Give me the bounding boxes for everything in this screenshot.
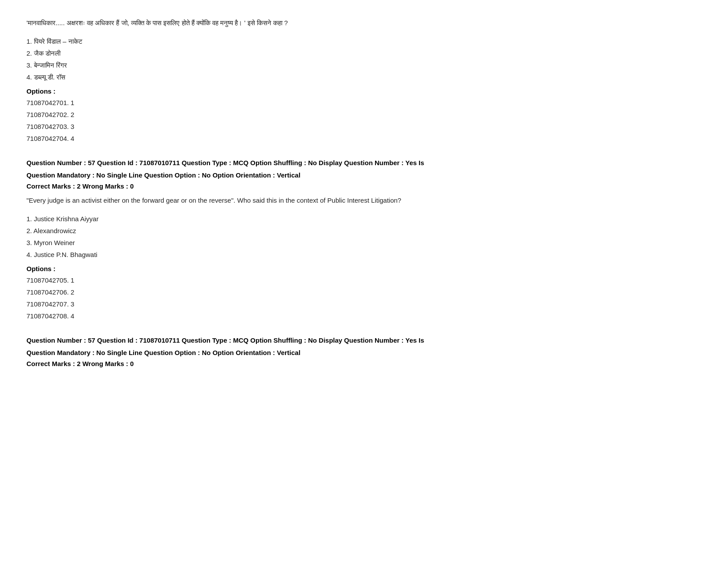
q57-first-option-1: 1. Justice Krishna Aiyyar bbox=[26, 213, 702, 225]
q57-first-options-label: Options : bbox=[26, 265, 702, 272]
question-57-second-meta-line1: Question Number : 57 Question Id : 71087… bbox=[26, 335, 702, 346]
question-57-first-meta-line2: Question Mandatory : No Single Line Ques… bbox=[26, 170, 702, 181]
hindi-options-label: Options : bbox=[26, 87, 702, 95]
q57-first-code-3: 71087042707. 3 bbox=[26, 298, 702, 310]
question-57-first-marks: Correct Marks : 2 Wrong Marks : 0 bbox=[26, 182, 702, 190]
question-57-second-section: Question Number : 57 Question Id : 71087… bbox=[26, 335, 702, 367]
hindi-question-section: 'मानवाधिकार..... अक्षरशः वह अधिकार हैं ज… bbox=[26, 18, 702, 144]
hindi-option-code-4: 71087042704. 4 bbox=[26, 132, 702, 144]
q57-first-code-2: 71087042706. 2 bbox=[26, 286, 702, 298]
hindi-options-list: 1. पियरे विंडाल – नाकेट 2. जैक डोनली 3. … bbox=[26, 35, 702, 83]
hindi-question-text: 'मानवाधिकार..... अक्षरशः वह अधिकार हैं ज… bbox=[26, 18, 702, 28]
hindi-option-4: 4. डब्ल्यू डी. रॉस bbox=[26, 71, 702, 83]
hindi-option-3: 3. बेन्जामिन रिंगर bbox=[26, 59, 702, 71]
hindi-option-1: 1. पियरे विंडाल – नाकेट bbox=[26, 35, 702, 47]
question-57-second-meta-line2: Question Mandatory : No Single Line Ques… bbox=[26, 348, 702, 358]
q57-first-code-1: 71087042705. 1 bbox=[26, 274, 702, 286]
question-57-first-options-list: 1. Justice Krishna Aiyyar 2. Alexandrowi… bbox=[26, 213, 702, 261]
q57-first-option-3: 3. Myron Weiner bbox=[26, 237, 702, 249]
question-57-first-text: "Every judge is an activist either on th… bbox=[26, 195, 702, 206]
q57-first-code-4: 71087042708. 4 bbox=[26, 310, 702, 322]
question-57-first-meta-line1: Question Number : 57 Question Id : 71087… bbox=[26, 158, 702, 168]
q57-first-option-2: 2. Alexandrowicz bbox=[26, 225, 702, 237]
question-57-first-section: Question Number : 57 Question Id : 71087… bbox=[26, 158, 702, 322]
hindi-option-2: 2. जैक डोनली bbox=[26, 47, 702, 59]
hindi-option-code-2: 71087042702. 2 bbox=[26, 109, 702, 121]
question-57-second-marks: Correct Marks : 2 Wrong Marks : 0 bbox=[26, 360, 702, 367]
q57-first-option-4: 4. Justice P.N. Bhagwati bbox=[26, 249, 702, 261]
hindi-option-code-3: 71087042703. 3 bbox=[26, 121, 702, 132]
hindi-option-code-1: 71087042701. 1 bbox=[26, 97, 702, 109]
